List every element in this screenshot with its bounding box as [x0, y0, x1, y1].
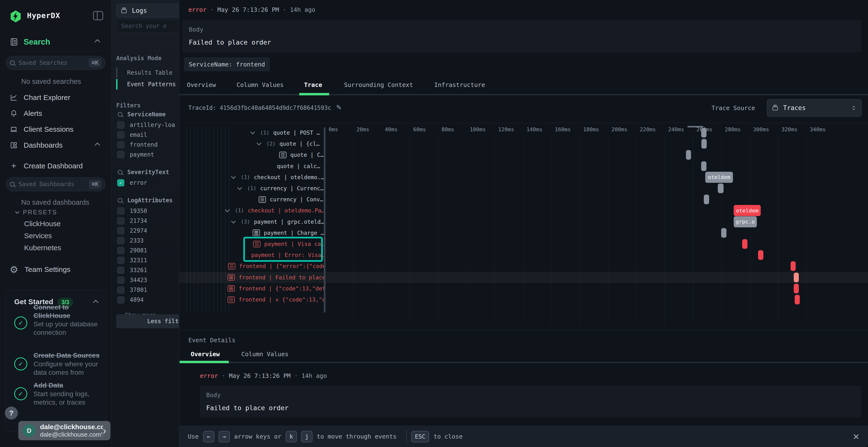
close-icon[interactable]: × — [853, 429, 860, 443]
span-duration-bar[interactable] — [702, 139, 707, 148]
tab-trace[interactable]: Trace — [304, 81, 322, 89]
span-row[interactable]: (1)checkout | oteldemo.…oteldem — [179, 172, 868, 183]
checkbox[interactable] — [117, 131, 124, 138]
span-row[interactable]: quote | calc… — [179, 161, 868, 172]
span-duration-bar[interactable]: oteldem — [734, 205, 761, 216]
span-duration-bar[interactable] — [742, 239, 747, 249]
j-key[interactable]: j — [301, 431, 312, 442]
chevron-down-icon[interactable] — [231, 174, 236, 179]
checkbox[interactable] — [117, 217, 124, 225]
checkbox[interactable] — [117, 151, 124, 158]
span-duration-bar[interactable] — [794, 273, 799, 282]
user-menu[interactable]: D dale@clickhouse.com dale@clickhouse.co… — [18, 421, 111, 440]
k-key[interactable]: k — [286, 431, 297, 442]
span-row[interactable]: frontend | {"code":13,"det… — [179, 283, 868, 294]
sidebar-item-alerts[interactable]: Alerts — [10, 107, 104, 119]
edit-pencil-icon[interactable]: ✎ — [336, 102, 341, 112]
create-dashboard-button[interactable]: + Create Dashboard — [10, 160, 104, 172]
filter-option[interactable]: 37801 — [112, 285, 179, 295]
span-row[interactable]: (1)currency | Currenc… — [179, 183, 868, 194]
span-duration-bar[interactable] — [701, 128, 707, 138]
filter-option[interactable]: 29081 — [112, 245, 179, 255]
filter-group-header[interactable]: SeverityText — [112, 167, 179, 178]
help-button[interactable]: ? — [5, 407, 18, 419]
checkbox[interactable] — [117, 257, 124, 264]
filter-option[interactable]: 33261 — [112, 265, 179, 275]
less-filters-button[interactable]: Less filters — [116, 314, 179, 328]
span-duration-bar[interactable] — [718, 183, 723, 193]
filter-option[interactable]: 2333 — [112, 236, 179, 245]
span-duration-bar[interactable] — [758, 250, 763, 260]
span-row[interactable]: (1)checkout | oteldemo.Pa…oteldem — [179, 205, 868, 216]
filter-option[interactable]: 19350 — [112, 206, 179, 216]
collapse-sidebar-icon[interactable] — [93, 11, 103, 20]
span-duration-bar[interactable]: oteldem — [705, 172, 733, 183]
filter-option[interactable]: 34423 — [112, 275, 179, 285]
chevron-down-icon[interactable] — [231, 219, 236, 224]
arrow-right-key[interactable]: → — [219, 431, 230, 442]
span-row[interactable]: (2)quote | {cl… — [179, 138, 868, 149]
checkbox-checked[interactable]: ✓ — [117, 179, 124, 186]
mode-results-table[interactable]: Results Table — [116, 67, 177, 78]
checkbox[interactable] — [117, 267, 124, 274]
trace-waterfall[interactable]: 0ms20ms40ms60ms80ms100ms120ms140ms160ms1… — [179, 123, 868, 330]
saved-searches-input[interactable]: Saved Searches ⌘K — [6, 56, 105, 70]
esc-key[interactable]: ESC — [411, 431, 429, 442]
span-duration-bar[interactable] — [795, 295, 800, 304]
filter-option[interactable]: artillery-loa — [112, 120, 179, 130]
filter-option[interactable]: 21734 — [112, 216, 179, 226]
span-duration-bar[interactable] — [701, 161, 707, 171]
sidebar-item-client-sessions[interactable]: Client Sessions — [10, 123, 104, 135]
checkbox[interactable] — [117, 276, 124, 284]
service-name-tag[interactable]: ServiceName: frontend — [184, 57, 270, 71]
span-duration-bar[interactable] — [686, 150, 691, 160]
tree-scrollbar[interactable] — [324, 127, 326, 313]
span-row[interactable]: frontend | Failed to place… — [179, 272, 868, 283]
chevron-down-icon[interactable] — [237, 185, 242, 190]
span-duration-bar[interactable] — [790, 261, 796, 271]
logo[interactable]: HyperDX — [9, 9, 105, 24]
sidebar-section-search[interactable]: Search — [10, 36, 104, 48]
span-row[interactable]: (1)quote | POST … — [179, 127, 868, 138]
filter-option[interactable]: 4894 — [112, 295, 179, 305]
chevron-down-icon[interactable] — [225, 208, 230, 212]
preset-clickhouse[interactable]: ClickHouse — [24, 220, 61, 228]
filter-group-header[interactable]: ServiceName — [112, 109, 179, 120]
checkbox[interactable] — [117, 296, 124, 304]
preset-services[interactable]: Services — [24, 232, 52, 240]
event-details-tab-overview[interactable]: Overview — [191, 351, 220, 358]
span-row[interactable]: quote | C… — [179, 149, 868, 161]
span-duration-bar[interactable] — [794, 284, 799, 294]
event-details-tab-column-values[interactable]: Column Values — [241, 351, 289, 358]
checkbox[interactable] — [117, 227, 124, 234]
sidebar-item-chart-explorer[interactable]: Chart Explorer — [10, 92, 104, 104]
span-duration-bar[interactable] — [721, 228, 726, 238]
span-row[interactable]: frontend | {"error":{"code… — [179, 261, 868, 272]
filter-option[interactable]: email — [112, 130, 179, 140]
span-row[interactable]: currency | Conv… — [179, 194, 868, 205]
checkbox[interactable] — [117, 122, 124, 129]
trace-source-select[interactable]: Traces — [767, 99, 862, 116]
saved-dashboards-input[interactable]: Saved Dashboards ⌘K — [6, 177, 105, 191]
checkbox[interactable] — [117, 237, 124, 244]
filter-option[interactable]: 32311 — [112, 255, 179, 265]
checkbox[interactable] — [117, 141, 124, 148]
tab-overview[interactable]: Overview — [187, 81, 216, 89]
checkbox[interactable] — [117, 247, 124, 254]
span-row[interactable]: (3)payment | grpc.oteld…grpc.o — [179, 216, 868, 227]
span-duration-bar[interactable] — [704, 195, 709, 204]
tab-column-values[interactable]: Column Values — [237, 81, 284, 89]
tab-infrastructure[interactable]: Infrastructure — [434, 81, 485, 89]
preset-kubernetes[interactable]: Kubernetes — [24, 244, 61, 252]
filter-option[interactable]: ✓error — [112, 178, 179, 187]
mode-event-patterns[interactable]: Event Patterns — [116, 78, 177, 90]
filter-group-header[interactable]: LogAttributes — [112, 195, 179, 206]
filter-option[interactable]: payment — [112, 149, 179, 160]
span-row[interactable]: frontend | ✕ {"code":13,"d… — [179, 294, 868, 305]
chevron-down-icon[interactable] — [250, 130, 255, 134]
presets-toggle[interactable]: PRESETS — [15, 209, 57, 216]
filter-option[interactable]: frontend — [112, 140, 179, 149]
tab-surrounding-context[interactable]: Surrounding Context — [344, 81, 413, 89]
chevron-down-icon[interactable] — [256, 141, 261, 145]
sidebar-item-dashboards[interactable]: Dashboards — [10, 139, 104, 151]
